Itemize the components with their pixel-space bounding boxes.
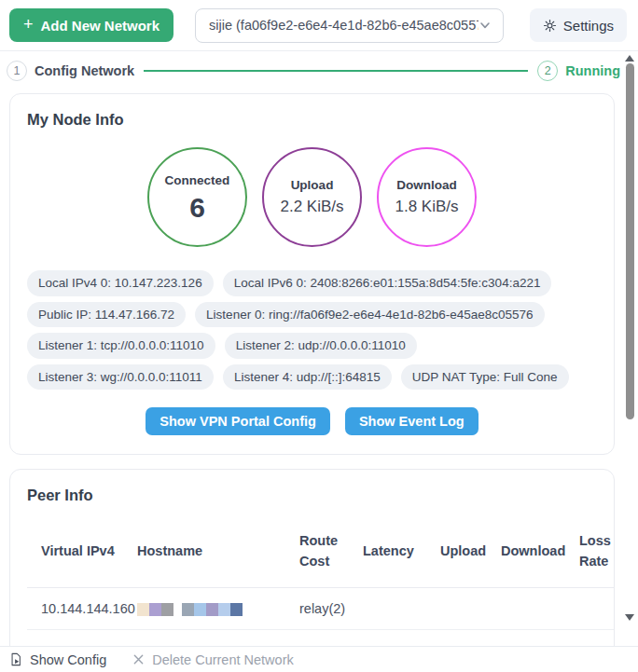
step-2-label: Running (565, 63, 620, 78)
scroll-down-arrow-icon[interactable] (625, 614, 634, 621)
peer-download (487, 587, 565, 629)
network-select-value: sijie (fa06f9e2-e6e4-4e1d-82b6-e45ae8c05… (209, 18, 478, 33)
plus-icon: + (23, 16, 34, 33)
col-latency: Latency (349, 514, 426, 587)
col-route-cost: Route Cost (285, 514, 349, 587)
col-download: Download (487, 514, 565, 587)
tag-local-ipv4: Local IPv4 0: 10.147.223.126 (27, 270, 214, 296)
download-gauge: Download 1.8 KiB/s (377, 147, 477, 247)
col-loss-rate: Loss Rate (565, 514, 615, 587)
peer-table: Virtual IPv4 Hostname Route Cost Latency… (27, 514, 615, 646)
show-config-label: Show Config (30, 652, 106, 667)
scroll-up-arrow-icon[interactable] (625, 55, 634, 62)
add-new-network-label: Add New Network (41, 18, 160, 34)
peer-upload (426, 587, 487, 629)
tag-public-ip: Public IP: 114.47.166.72 (27, 302, 186, 328)
footer-toolbar: Show Config Delete Current Network (0, 646, 638, 672)
connected-gauge: Connected 6 (147, 147, 247, 247)
peer-latency: 42.812ms (349, 630, 426, 646)
file-play-icon (9, 652, 22, 666)
upload-gauge: Upload 2.2 KiB/s (262, 147, 362, 247)
network-select[interactable]: sijie (fa06f9e2-e6e4-4e1d-82b6-e45ae8c05… (195, 8, 504, 43)
add-new-network-button[interactable]: + Add New Network (9, 8, 173, 42)
stepper-connector-line (144, 70, 528, 72)
node-info-title: My Node Info (27, 111, 597, 129)
step-1-circle: 1 (7, 61, 27, 81)
show-config-button[interactable]: Show Config (9, 652, 106, 667)
col-hostname: Hostname (123, 514, 285, 587)
tag-listener-3: Listener 3: wg://0.0.0.0:11011 (27, 364, 214, 391)
delete-current-network-label: Delete Current Network (152, 652, 294, 667)
peer-table-header-row: Virtual IPv4 Hostname Route Cost Latency… (27, 514, 615, 587)
tag-local-ipv6: Local IPv6 0: 2408:8266:e01:155a:8d54:5f… (223, 270, 552, 296)
peer-virtual-ipv4: 10.144.144.55 (27, 630, 123, 646)
tag-listener-1: Listener 1: tcp://0.0.0.0:11010 (27, 333, 215, 359)
peer-route-cost: relay(2) (285, 587, 349, 629)
tag-listener-2: Listener 2: udp://0.0.0.0:11010 (225, 333, 417, 359)
peer-info-title: Peer Info (27, 487, 597, 504)
peer-virtual-ipv4: 10.144.144.160 (27, 587, 123, 629)
top-toolbar: + Add New Network sijie (fa06f9e2-e6e4-4… (0, 0, 638, 51)
settings-label: Settings (563, 18, 614, 34)
my-node-info-card: My Node Info Connected 6 Upload 2.2 KiB/… (9, 93, 615, 455)
download-gauge-label: Download (396, 178, 457, 192)
vertical-scrollbar (622, 52, 638, 624)
tag-listener-4: Listener 4: udp://[::]:64815 (223, 364, 392, 391)
settings-button[interactable]: Settings (530, 8, 627, 42)
main-content: 1 Config Network 2 Running My Node Info … (0, 51, 638, 646)
node-gauges: Connected 6 Upload 2.2 KiB/s Download 1.… (27, 147, 597, 247)
peer-table-row: 10.144.144.55 iZbp1e26yt6uz7cn5opiy2Z p2… (27, 630, 615, 646)
peer-loss-rate: 0% (565, 630, 615, 646)
peer-table-row: 10.144.144.160 relay(2) (27, 587, 615, 629)
peer-hostname: iZbp1e26yt6uz7cn5opiy2Z (123, 630, 285, 646)
stepper: 1 Config Network 2 Running (5, 54, 622, 88)
scrollbar-thumb[interactable] (626, 63, 634, 419)
show-vpn-portal-config-button[interactable]: Show VPN Portal Config (146, 407, 330, 435)
col-virtual-ipv4: Virtual IPv4 (27, 514, 123, 587)
peer-loss-rate (565, 587, 615, 629)
node-info-tags: Local IPv4 0: 10.147.223.126 Local IPv6 … (27, 270, 597, 390)
col-upload: Upload (426, 514, 487, 587)
upload-gauge-label: Upload (291, 178, 334, 192)
download-gauge-value: 1.8 KiB/s (395, 199, 458, 216)
connected-gauge-value: 6 (189, 194, 205, 222)
upload-gauge-value: 2.2 KiB/s (280, 199, 343, 216)
peer-hostname-redacted (123, 587, 285, 629)
step-1-label: Config Network (35, 63, 134, 78)
delete-current-network-button[interactable]: Delete Current Network (132, 652, 294, 667)
node-info-actions: Show VPN Portal Config Show Event Log (27, 407, 597, 435)
step-config-network[interactable]: 1 Config Network (7, 61, 134, 81)
close-icon (132, 653, 145, 665)
step-2-circle: 2 (537, 61, 558, 81)
step-running[interactable]: 2 Running (537, 61, 620, 81)
chevron-down-icon (478, 19, 492, 32)
gear-icon (543, 19, 557, 33)
peer-info-card: Peer Info Virtual IPv4 Hostname Route Co… (9, 469, 615, 646)
peer-latency (349, 587, 426, 629)
peer-upload: 213.2 B/s (426, 630, 487, 646)
show-event-log-button[interactable]: Show Event Log (345, 407, 478, 435)
connected-gauge-label: Connected (165, 173, 230, 187)
tag-udp-nat-type: UDP NAT Type: Full Cone (401, 364, 569, 391)
tag-listener-0: Listener 0: ring://fa06f9e2-e6e4-4e1d-82… (195, 302, 545, 328)
peer-download: 57.7 KiB (487, 630, 565, 646)
peer-route-cost: p2p (285, 630, 349, 646)
